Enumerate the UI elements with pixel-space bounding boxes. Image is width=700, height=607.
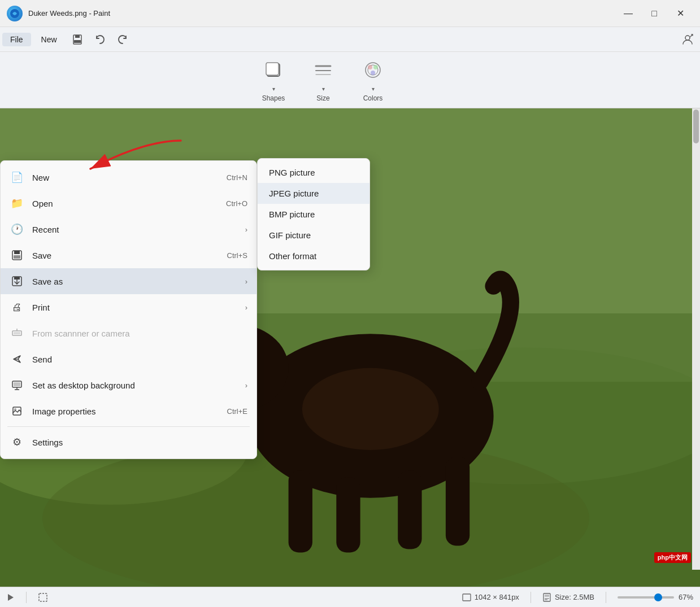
svg-rect-31 bbox=[14, 251, 20, 254]
svg-rect-25 bbox=[336, 477, 360, 552]
saveas-arrow-icon: › bbox=[245, 277, 247, 286]
menu-item-recent-label: Recent bbox=[32, 225, 237, 234]
menu-item-save[interactable]: Save Ctrl+S bbox=[1, 242, 256, 268]
saveas-png[interactable]: PNG picture bbox=[258, 162, 369, 183]
play-button[interactable] bbox=[7, 593, 15, 601]
app-icon bbox=[7, 6, 23, 21]
file-menu-dropdown: 📄 New Ctrl+N 📁 Open Ctrl+O 🕐 Recent › bbox=[0, 160, 257, 459]
menu-item-open-label: Open bbox=[32, 199, 218, 208]
status-sep-3 bbox=[606, 592, 606, 603]
zoom-control[interactable]: 67% bbox=[618, 593, 693, 601]
svg-rect-6 bbox=[266, 63, 279, 75]
dimensions-text: 1042 × 841px bbox=[475, 593, 519, 601]
svg-rect-27 bbox=[446, 457, 469, 545]
title-bar: Duker Weeds.png - Paint — □ ✕ bbox=[0, 0, 700, 27]
svg-rect-26 bbox=[398, 470, 421, 549]
menu-item-imgprops[interactable]: Image properties Ctrl+E bbox=[1, 398, 256, 424]
zoom-slider[interactable] bbox=[618, 596, 674, 599]
colors-icon[interactable] bbox=[359, 56, 386, 84]
colors-label: Colors bbox=[363, 94, 383, 102]
profile-button[interactable] bbox=[677, 29, 698, 50]
canvas-area[interactable]: 📄 New Ctrl+N 📁 Open Ctrl+O 🕐 Recent › bbox=[0, 108, 700, 587]
saveas-submenu: PNG picture JPEG picture BMP picture GIF… bbox=[257, 158, 370, 270]
saveas-bmp[interactable]: BMP picture bbox=[258, 204, 369, 225]
menu-item-saveas-label: Save as bbox=[32, 277, 237, 286]
minimize-button[interactable]: — bbox=[615, 5, 641, 23]
menu-item-send-label: Send bbox=[32, 355, 247, 364]
svg-point-14 bbox=[371, 71, 375, 75]
ribbon-size-group: ▾ Size bbox=[310, 56, 337, 102]
app-window: Duker Weeds.png - Paint — □ ✕ File New bbox=[0, 0, 700, 607]
menu-item-recent[interactable]: 🕐 Recent › bbox=[1, 216, 256, 242]
vertical-scrollbar[interactable] bbox=[692, 108, 700, 570]
svg-rect-51 bbox=[545, 595, 549, 597]
scanner-icon bbox=[10, 326, 24, 340]
php-watermark: php中文网 bbox=[654, 552, 691, 563]
zoom-thumb[interactable] bbox=[654, 593, 662, 601]
imgprops-shortcut: Ctrl+E bbox=[227, 407, 247, 416]
svg-rect-32 bbox=[14, 255, 20, 259]
menu-item-scanner-label: From scannner or camera bbox=[32, 329, 247, 338]
maximize-button[interactable]: □ bbox=[641, 5, 667, 23]
new-button[interactable]: New bbox=[33, 33, 65, 46]
menu-item-print[interactable]: 🖨 Print › bbox=[1, 294, 256, 320]
open-icon: 📁 bbox=[10, 196, 24, 211]
menu-item-saveas[interactable]: Save as › bbox=[1, 268, 256, 294]
menu-bar: File New bbox=[0, 27, 700, 52]
scrollbar-thumb[interactable] bbox=[693, 110, 699, 143]
svg-rect-3 bbox=[74, 40, 81, 43]
menu-item-desktop-label: Set as desktop background bbox=[32, 381, 237, 390]
new-icon: 📄 bbox=[10, 170, 24, 185]
saveas-gif[interactable]: GIF picture bbox=[258, 225, 369, 246]
svg-rect-2 bbox=[75, 35, 80, 38]
desktop-icon bbox=[10, 378, 24, 392]
shapes-chevron-icon[interactable]: ▾ bbox=[272, 86, 275, 92]
svg-marker-47 bbox=[8, 594, 14, 601]
svg-point-12 bbox=[368, 65, 372, 69]
print-arrow-icon: › bbox=[245, 303, 247, 312]
size-icon[interactable] bbox=[310, 56, 337, 84]
ribbon: ▾ Shapes ▾ Size bbox=[0, 52, 700, 108]
saveas-jpeg[interactable]: JPEG picture bbox=[258, 183, 369, 204]
new-shortcut: Ctrl+N bbox=[227, 173, 247, 182]
saveas-other[interactable]: Other format bbox=[258, 246, 369, 267]
menu-item-send[interactable]: Send bbox=[1, 346, 256, 372]
send-icon bbox=[10, 352, 24, 366]
svg-rect-37 bbox=[14, 332, 20, 334]
svg-point-4 bbox=[685, 36, 690, 40]
saveas-icon bbox=[10, 274, 24, 289]
ribbon-colors-group: ▾ Colors bbox=[359, 56, 386, 102]
file-menu-button[interactable]: File bbox=[2, 33, 31, 46]
menu-item-imgprops-label: Image properties bbox=[32, 407, 219, 416]
menu-divider bbox=[7, 426, 250, 427]
svg-point-28 bbox=[302, 368, 439, 450]
shapes-icon[interactable] bbox=[260, 56, 287, 84]
menu-item-scanner: From scannner or camera bbox=[1, 320, 256, 346]
settings-icon: ⚙ bbox=[10, 435, 24, 449]
window-title: Duker Weeds.png - Paint bbox=[28, 9, 610, 18]
filesize-display: Size: 2.5MB bbox=[542, 593, 594, 602]
dimensions-display: 1042 × 841px bbox=[462, 593, 519, 601]
undo-button[interactable] bbox=[90, 29, 110, 50]
zoom-percent: 67% bbox=[679, 593, 693, 601]
menu-item-open[interactable]: 📁 Open Ctrl+O bbox=[1, 190, 256, 216]
menu-item-new-label: New bbox=[32, 173, 219, 182]
save-icon bbox=[10, 248, 24, 263]
save-toolbar-button[interactable] bbox=[67, 29, 88, 50]
size-chevron-icon[interactable]: ▾ bbox=[322, 86, 325, 92]
menu-item-settings[interactable]: ⚙ Settings bbox=[1, 429, 256, 455]
redo-button[interactable] bbox=[112, 29, 133, 50]
filesize-text: Size: 2.5MB bbox=[555, 593, 594, 601]
close-button[interactable]: ✕ bbox=[667, 5, 693, 23]
svg-rect-48 bbox=[39, 593, 47, 601]
size-label: Size bbox=[316, 94, 329, 102]
menu-item-desktop[interactable]: Set as desktop background › bbox=[1, 372, 256, 398]
recent-icon: 🕐 bbox=[10, 222, 24, 237]
window-controls: — □ ✕ bbox=[615, 5, 693, 23]
status-sep-2 bbox=[531, 592, 531, 603]
svg-rect-24 bbox=[289, 470, 312, 552]
ribbon-shapes-group: ▾ Shapes bbox=[260, 56, 287, 102]
colors-chevron-icon[interactable]: ▾ bbox=[372, 86, 375, 92]
menu-item-new[interactable]: 📄 New Ctrl+N bbox=[1, 164, 256, 190]
selection-button[interactable] bbox=[38, 592, 48, 602]
